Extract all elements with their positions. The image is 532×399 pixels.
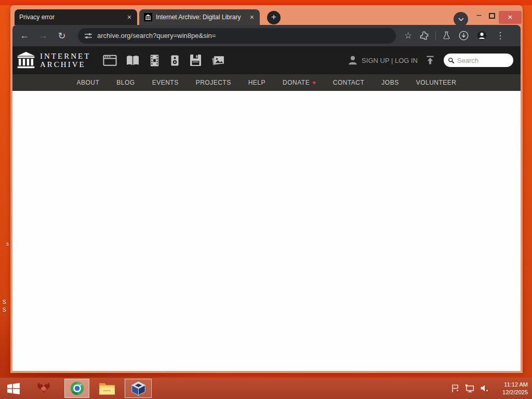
clock-time: 11:12 AM	[496, 381, 528, 389]
start-button[interactable]	[3, 379, 24, 398]
profile-avatar-icon[interactable]	[476, 30, 487, 41]
site-search-box[interactable]	[444, 54, 513, 67]
nav-item-help[interactable]: HELP	[248, 79, 265, 86]
chrome-taskbar-icon[interactable]	[64, 379, 89, 398]
windows-logo-icon	[7, 382, 20, 395]
internet-archive-header: INTERNET ARCHIVE SIGN UP | LOG IN	[12, 46, 521, 74]
tab-title: Privacy error	[19, 14, 126, 21]
tab-close-icon[interactable]: ×	[126, 13, 132, 21]
clock-date: 12/2/2025	[496, 389, 528, 396]
tab-search-button[interactable]	[454, 12, 468, 26]
virtualbox-taskbar-icon[interactable]	[125, 379, 152, 398]
desktop-label-fragment: S	[3, 299, 6, 305]
tab-internet-archive[interactable]: Internet Archive: Digital Library ×	[139, 9, 260, 25]
internet-archive-nav: ABOUT BLOG EVENTS PROJECTS HELP DONATE ♥…	[12, 74, 521, 91]
red-app-taskbar-icon[interactable]	[33, 379, 54, 398]
taskbar-clock[interactable]: 11:12 AM 12/2/2025	[496, 381, 528, 396]
page-content-empty	[12, 91, 521, 371]
close-window-button[interactable]: ×	[499, 11, 522, 24]
internet-archive-logo-icon[interactable]	[17, 51, 35, 70]
web-icon[interactable]	[103, 55, 117, 66]
tab-close-icon[interactable]: ×	[249, 13, 255, 21]
file-explorer-taskbar-icon[interactable]	[97, 379, 117, 398]
url-text[interactable]: archive.org/search?query=win8pe&sin=	[97, 32, 216, 39]
minimize-button[interactable]: –	[473, 9, 485, 22]
tab-privacy-error[interactable]: Privacy error ×	[15, 9, 137, 25]
tab-strip: Privacy error × Internet Archive: Digita…	[10, 5, 523, 25]
nav-item-about[interactable]: ABOUT	[76, 79, 99, 86]
maximize-button[interactable]	[489, 13, 495, 19]
tab-title: Internet Archive: Digital Library	[156, 14, 249, 21]
site-settings-tune-icon[interactable]	[84, 32, 92, 39]
nav-item-donate[interactable]: DONATE ♥	[283, 79, 316, 86]
web-page: INTERNET ARCHIVE SIGN UP | LOG IN	[12, 46, 521, 371]
browser-toolbar: ← → ↻ archive.org/search?query=win8pe&si…	[12, 25, 521, 46]
volume-muted-icon[interactable]	[480, 384, 489, 393]
toolbar-separator	[435, 31, 436, 41]
signup-login-link[interactable]: SIGN UP | LOG IN	[362, 57, 418, 64]
back-button[interactable]: ←	[19, 30, 30, 41]
taskbar: 11:12 AM 12/2/2025	[0, 378, 532, 399]
software-icon[interactable]	[189, 54, 202, 66]
internet-archive-favicon	[144, 13, 152, 21]
nav-item-jobs[interactable]: JOBS	[381, 79, 398, 86]
account-person-icon[interactable]	[347, 55, 358, 66]
desktop: s S S Privacy error × Internet Archive: …	[0, 0, 532, 399]
media-type-row	[103, 54, 225, 67]
browser-window: Privacy error × Internet Archive: Digita…	[10, 5, 523, 373]
nav-item-events[interactable]: EVENTS	[152, 79, 179, 86]
bookmark-star-icon[interactable]: ☆	[404, 30, 412, 41]
chevron-down-icon	[458, 18, 464, 21]
site-search-input[interactable]	[457, 57, 509, 64]
header-right-group: SIGN UP | LOG IN	[347, 54, 513, 67]
upload-icon[interactable]	[425, 55, 435, 65]
network-status-icon[interactable]	[465, 384, 475, 393]
forward-button: →	[37, 30, 49, 41]
texts-icon[interactable]	[126, 55, 140, 66]
audio-icon[interactable]	[169, 54, 180, 67]
desktop-label-fragment: S	[3, 307, 6, 313]
reload-button[interactable]: ↻	[56, 30, 68, 42]
internet-archive-wordmark[interactable]: INTERNET ARCHIVE	[40, 52, 90, 69]
search-icon	[448, 57, 455, 64]
donate-heart-icon: ♥	[312, 79, 316, 86]
video-icon[interactable]	[149, 54, 161, 67]
nav-item-projects[interactable]: PROJECTS	[196, 79, 231, 86]
nav-item-blog[interactable]: BLOG	[116, 79, 135, 86]
nav-item-contact[interactable]: CONTACT	[333, 79, 365, 86]
extensions-puzzle-icon[interactable]	[419, 31, 429, 41]
browser-menu-icon[interactable]: ⋮	[496, 30, 504, 41]
downloads-icon[interactable]	[458, 30, 469, 41]
images-icon[interactable]	[211, 54, 225, 66]
new-tab-button[interactable]: +	[267, 11, 281, 24]
system-tray	[451, 384, 489, 393]
address-bar[interactable]: archive.org/search?query=win8pe&sin=	[78, 28, 396, 44]
labs-flask-icon[interactable]	[442, 31, 451, 41]
action-center-flag-icon[interactable]	[451, 384, 460, 393]
desktop-label-fragment: s	[6, 241, 9, 247]
nav-item-volunteer[interactable]: VOLUNTEER	[416, 79, 457, 86]
